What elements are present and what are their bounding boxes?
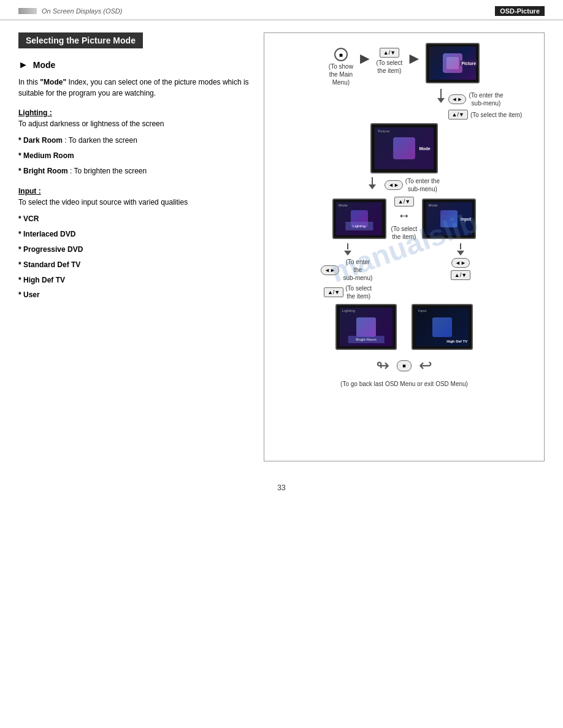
enter-submenu-lighting: (To enter thesub-menu) (341, 258, 375, 282)
vert-line1 (440, 89, 442, 98)
lighting-title: Lighting : (18, 108, 52, 117)
enter-submenu-key2: ◄► (385, 180, 403, 190)
header-section-label: On Screen Displays (OSD) (42, 7, 122, 15)
progressive-dvd-label: * Progressive DVD (18, 245, 83, 254)
select-item-key1: ▲/▼ (448, 110, 468, 119)
arrow-right-icon: ► (18, 59, 28, 70)
vcr-label: * VCR (18, 214, 39, 223)
picture-menu-label: Picture (460, 61, 477, 66)
to-select-label1: (To selectthe item) (377, 59, 403, 75)
section-title-box: Selecting the Picture Mode (18, 32, 251, 59)
left-column: Selecting the Picture Mode ► Mode In thi… (18, 32, 251, 461)
input-section: Input : To select the video input source… (18, 186, 251, 300)
to-select-item-label2: (To select the item) (470, 111, 522, 119)
menu-exit-key: ■ (397, 360, 411, 371)
high-def-label: * High Def TV (18, 276, 65, 284)
arrow2-icon: ► (406, 49, 422, 68)
progressive-dvd-item: * Progressive DVD (18, 245, 251, 255)
lighting-section: Lighting : To adjust darkness or lightne… (18, 107, 251, 129)
enter-submenu-key1: ◄► (448, 94, 467, 104)
interlaced-dvd-label: * Interlaced DVD (18, 230, 75, 238)
to-enter-submenu-label1: (To enter thesub-menu) (469, 91, 503, 107)
go-back-row: ↫ ■ ↩ (274, 356, 534, 375)
input-subsection: Input : To select the video input source… (18, 186, 251, 208)
vert-line2 (372, 177, 373, 184)
vcr-item: * VCR (18, 214, 251, 224)
header-osd-label: OSD-Picture (500, 7, 540, 15)
dark-room-desc: : To darken the screen (63, 136, 137, 145)
remote-menu-icon: ■ (334, 48, 348, 61)
down-tri2 (369, 184, 376, 189)
header-right-label: OSD-Picture (495, 6, 545, 16)
header-bar-decoration (18, 8, 37, 14)
standard-def-item: * Standard Def TV (18, 260, 251, 270)
tv-high-def: Input High Def TV (412, 304, 473, 350)
dark-room-item: * Dark Room : To darken the screen (18, 135, 251, 146)
tv-mode: Picture Mode (370, 123, 438, 173)
right-arrow-lighting: ↔ (397, 208, 411, 224)
high-def-item: * High Def TV (18, 275, 251, 286)
main-content: Selecting the Picture Mode ► Mode In thi… (0, 20, 563, 474)
arrow1-icon: ► (357, 49, 373, 68)
mode-heading: ► Mode (18, 59, 251, 70)
tv-input: Mode Input (422, 199, 476, 239)
updown-key2: ▲/▼ (324, 287, 343, 297)
vert-line3a (347, 243, 348, 249)
tv-bright-room: Lighting Bright Room (335, 304, 397, 350)
input-desc: To select the video input source with va… (18, 198, 188, 207)
nav-updown-key1: ▲/▼ (380, 48, 399, 58)
header-left: On Screen Displays (OSD) (18, 7, 122, 15)
user-label: * User (18, 290, 40, 299)
medium-room-item: * Medium Room (18, 151, 251, 161)
lighting-screen-label: Lighting (345, 222, 373, 230)
page-number: 33 (0, 474, 563, 497)
updown-key-lighting: ▲/▼ (394, 197, 414, 207)
go-back-label: (To go back last OSD Menu or exit OSD Me… (340, 381, 468, 387)
down-tri1 (437, 98, 445, 103)
mode-description: In this "Mode" Index, you can select one… (18, 77, 251, 99)
enter-key-input: ◄► (451, 258, 470, 268)
bright-room-item: * Bright Room : To brighten the screen (18, 166, 251, 176)
tv-lighting: Mode Lighting (332, 199, 386, 239)
section-title: Selecting the Picture Mode (18, 32, 143, 48)
to-show-main-label: (To showthe MainMenu) (329, 63, 353, 86)
input-title: Input : (18, 187, 41, 195)
standard-def-label: * Standard Def TV (18, 260, 80, 269)
dark-room-label: * Dark Room (18, 136, 63, 145)
curve-right-arrow: ↩ (419, 356, 432, 375)
page-header: On Screen Displays (OSD) OSD-Picture (0, 0, 563, 20)
down-tri3b (457, 251, 464, 256)
curve-left-arrow: ↫ (376, 356, 389, 375)
high-def-label: High Def TV (446, 339, 467, 343)
tv-picture: Picture (426, 43, 480, 83)
user-item: * User (18, 290, 251, 300)
input-menu-label: Input (461, 216, 471, 221)
lighting-desc: To adjust darkness or lightness of the s… (18, 119, 164, 128)
select-item-lighting: (To selectthe item) (345, 284, 372, 300)
down-tri3a (344, 251, 351, 256)
to-enter-submenu-label2: (To enter thesub-menu) (405, 177, 440, 193)
bright-room-desc: : To brighten the screen (68, 167, 147, 175)
bright-room-label: * Bright Room (18, 167, 68, 175)
interlaced-dvd-item: * Interlaced DVD (18, 229, 251, 240)
right-column-diagram: manualslib ■ (To showthe MainMenu) ► ▲/▼… (264, 32, 545, 461)
enter-key-lighting: ◄► (321, 265, 339, 275)
mode-label: Mode (33, 60, 56, 70)
vert-line3b (460, 243, 461, 249)
medium-room-label: * Medium Room (18, 151, 74, 160)
updown-key3: ▲/▼ (451, 270, 470, 280)
to-select-lighting: (To selectthe item) (391, 225, 418, 241)
bright-room-label: Bright Room (348, 336, 385, 343)
diagram-container: ■ (To showthe MainMenu) ► ▲/▼ (To select… (274, 43, 534, 388)
mode-menu-label: Mode (417, 146, 432, 151)
